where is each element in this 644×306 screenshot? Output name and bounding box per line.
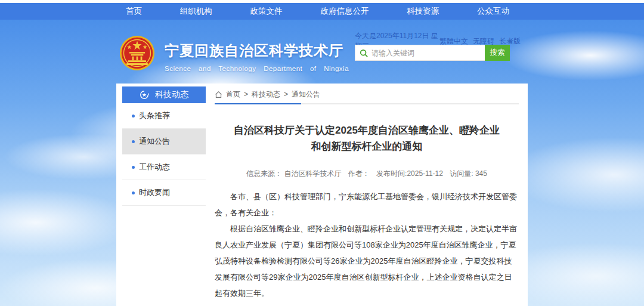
site-subtitle: Science and Technology Department of Nin… [165, 65, 361, 72]
breadcrumb-notices[interactable]: 通知公告 [292, 89, 320, 100]
nav-item-sci-resources[interactable]: 科技资源 [403, 6, 442, 17]
meta-publish-time: 发布时间:2025-11-12 [376, 169, 443, 178]
top-nav: 首页 组织机构 政策文件 政府信息公开 科技资源 公众互动 [122, 3, 513, 20]
sidebar-item-headlines[interactable]: 头条推荐 [122, 103, 206, 129]
meta-source: 信息来源： 自治区科学技术厅 [246, 169, 341, 178]
sidebar-item-notices[interactable]: 通知公告 [122, 129, 206, 154]
national-emblem-logo [119, 35, 155, 71]
main-content: 首页 > 科技动态 > 通知公告 自治区科技厅关于认定2025年度自治区雏鹰企业… [215, 87, 519, 306]
breadcrumb-separator: > [244, 90, 248, 98]
sidebar-item-label: 工作动态 [139, 162, 170, 172]
breadcrumb-divider-accent [215, 103, 301, 104]
sidebar: 科技动态 头条推荐 通知公告 工作动态 时政要闻 [122, 86, 206, 206]
sidebar-header: 科技动态 [122, 86, 206, 103]
article-meta: 信息来源： 自治区科学技术厅 作者： 发布时间:2025-11-12 访问量: … [215, 169, 519, 179]
bullet-dot [132, 166, 135, 169]
search-input-wrap [355, 45, 485, 61]
bullet-dot [132, 191, 135, 194]
breadcrumb-tech-news[interactable]: 科技动态 [252, 89, 280, 100]
sidebar-item-label: 通知公告 [139, 136, 170, 147]
article-title-line2: 和创新型标杆企业的通知 [215, 138, 519, 154]
meta-visits: 访问量: 345 [450, 169, 487, 178]
breadcrumb: 首页 > 科技动态 > 通知公告 [215, 87, 519, 101]
article-paragraph: 根据自治区雏鹰企业、瞪羚企业和创新型标杆企业认定管理有关规定，决定认定半亩良人农… [215, 221, 519, 301]
sidebar-item-work-updates[interactable]: 工作动态 [122, 154, 206, 180]
breadcrumb-divider [215, 103, 519, 104]
search-button[interactable]: 搜索 [485, 45, 510, 61]
bullet-dot [132, 115, 135, 118]
article-paragraph: 各市、县（区）科技管理部门，宁东能源化工基地管委会，银川经济技术开发区管委会，各… [215, 188, 519, 221]
article-title: 自治区科技厅关于认定2025年度自治区雏鹰企业、瞪羚企业 和创新型标杆企业的通知 [215, 122, 519, 154]
nav-item-home[interactable]: 首页 [122, 6, 145, 17]
meta-author: 作者： [348, 169, 370, 178]
bullet-dot [132, 140, 135, 143]
sidebar-item-label: 头条推荐 [139, 110, 170, 121]
nav-item-organization[interactable]: 组织机构 [177, 6, 216, 17]
site-title-block: 宁夏回族自治区科学技术厅 Science and Technology Depa… [165, 41, 361, 72]
article-title-line1: 自治区科技厅关于认定2025年度自治区雏鹰企业、瞪羚企业 [215, 122, 519, 138]
breadcrumb-separator: > [284, 90, 288, 98]
breadcrumb-home[interactable]: 首页 [226, 89, 240, 100]
search-icon [360, 49, 368, 57]
search-bar: 搜索 [355, 45, 510, 61]
sidebar-item-political-news[interactable]: 时政要闻 [122, 180, 206, 206]
nav-item-gov-info[interactable]: 政府信息公开 [317, 6, 372, 17]
home-icon [215, 91, 222, 98]
nav-item-policy[interactable]: 政策文件 [247, 6, 286, 17]
content-panel: 科技动态 头条推荐 通知公告 工作动态 时政要闻 首页 > 科技动态 > [116, 84, 528, 306]
search-input[interactable] [371, 49, 481, 57]
top-nav-bar: 首页 组织机构 政策文件 政府信息公开 科技资源 公众互动 [0, 3, 644, 20]
nav-item-public-interaction[interactable]: 公众互动 [473, 6, 513, 17]
sidebar-title: 科技动态 [155, 89, 188, 100]
sidebar-item-label: 时政要闻 [139, 187, 170, 198]
star-circle-icon [140, 90, 149, 100]
site-title: 宁夏回族自治区科学技术厅 [165, 41, 361, 60]
article-body: 各市、县（区）科技管理部门，宁东能源化工基地管委会，银川经济技术开发区管委会，各… [215, 188, 519, 301]
